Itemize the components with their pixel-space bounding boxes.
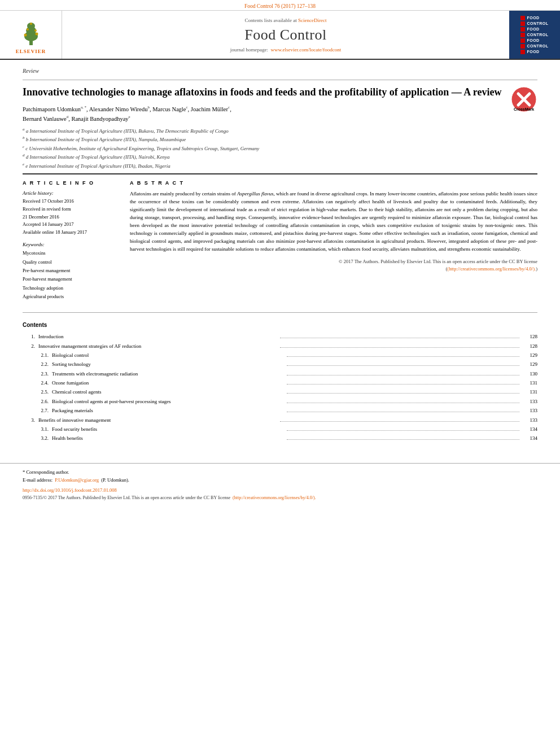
date-accepted: Accepted 14 January 2017 [23, 221, 119, 229]
history-label: Article history: [23, 190, 119, 196]
journal-header: ELSEVIER Contents lists available at Sci… [0, 11, 560, 60]
cc-url-link[interactable]: (http://creativecommons.org/licenses/by/… [447, 266, 536, 272]
toc-dots-1 [280, 338, 519, 338]
toc-dots-3-2 [287, 439, 519, 440]
main-content: Review Innovative technologies to manage… [0, 60, 560, 452]
affiliation-e: e e International Institute of Tropical … [23, 161, 537, 171]
toc-dots-2-1 [287, 356, 519, 357]
toc-label-2-6: Biological control agents at post-harves… [52, 397, 285, 405]
toc-dots-2-5 [287, 393, 519, 394]
badge-row-2: CONTROL [520, 21, 548, 26]
badge-row-3: FOOD [520, 27, 539, 32]
keyword-1: Mycotoxins [23, 249, 119, 257]
toc-num-2-1: 2.1. [32, 351, 52, 359]
toc-num-1: 1. [23, 333, 38, 340]
toc-dots-2-2 [287, 365, 519, 366]
abstract-heading: A B S T R A C T [130, 180, 537, 186]
homepage-link[interactable]: www.elsevier.com/locate/foodcont [270, 47, 341, 53]
sciencedirect-link[interactable]: ScienceDirect [298, 18, 326, 23]
affiliation-c: c c Universität Hohenheim, Institute of … [23, 144, 537, 153]
keyword-6: Agricultural products [23, 292, 119, 301]
section-label: Review [23, 68, 537, 74]
doi-line: http://dx.doi.org/10.1016/j.foodcont.201… [23, 487, 537, 493]
toc-row-2-6: 2.6. Biological control agents at post-h… [23, 397, 537, 405]
article-info-col: A R T I C L E I N F O Article history: R… [23, 180, 119, 307]
badge-lines: FOOD CONTROL FOOD CONTROL FOOD CONTROL F… [520, 16, 548, 54]
svg-text:CrossMark: CrossMark [514, 107, 534, 111]
toc-row-2-3: 2.3. Treatments with electromagnetic rad… [23, 370, 537, 378]
toc-page-2-3: 130 [522, 370, 537, 378]
article-info-heading: A R T I C L E I N F O [23, 180, 119, 186]
toc-num-2: 2. [23, 342, 38, 350]
issn-line: 0956-7135/© 2017 The Authors. Published … [23, 495, 537, 500]
affiliations: a a International Institute of Tropical … [23, 126, 537, 171]
contents-heading: Contents [23, 322, 537, 328]
badge-square-6 [520, 44, 525, 49]
toc-row-2-4: 2.4. Ozone fumigation 131 [23, 379, 537, 387]
toc-page-3-2: 134 [522, 434, 537, 442]
food-control-badge: FOOD CONTROL FOOD CONTROL FOOD CONTROL F… [509, 11, 560, 59]
toc-page-2-7: 133 [522, 407, 537, 414]
toc-dots-2-7 [287, 412, 519, 412]
toc-dots-2-6 [287, 403, 519, 403]
email-link[interactable]: P.Udomkun@cgiar.org [55, 477, 99, 483]
keyword-3: Pre-harvest management [23, 267, 119, 275]
journal-homepage-line: journal homepage: www.elsevier.com/locat… [230, 47, 342, 53]
cc-line: © 2017 The Authors. Published by Elsevie… [130, 258, 537, 273]
page: Food Control 76 (2017) 127–138 [0, 0, 560, 747]
toc-num-3-1: 3.1. [32, 425, 52, 433]
badge-row: FOOD [520, 16, 539, 20]
toc-num-2-4: 2.4. [32, 379, 52, 387]
toc-label-2-1: Biological control [52, 351, 285, 359]
abstract-col: A B S T R A C T Aflatoxins are mainly pr… [130, 180, 537, 307]
email-person: (P. Udomkun). [101, 477, 129, 483]
abstract-text: Aflatoxins are mainly produced by certai… [130, 190, 537, 254]
toc-row-2-1: 2.1. Biological control 129 [23, 351, 537, 359]
svg-point-5 [24, 34, 27, 37]
email-label: E-mail address: [23, 477, 53, 483]
elsevier-tree-icon [11, 18, 51, 47]
toc-label-3-2: Health benefits [52, 434, 285, 442]
toc-page-3-1: 134 [522, 425, 537, 433]
toc-dots-3 [280, 421, 519, 422]
article-title: Innovative technologies to manage aflato… [23, 86, 537, 99]
history-block: Article history: Received 17 October 201… [23, 190, 119, 236]
toc-num-3: 3. [23, 416, 38, 424]
article-title-text: Innovative technologies to manage aflato… [23, 86, 501, 98]
cc-footer-link[interactable]: (http://creativecommons.org/licenses/by/… [233, 495, 316, 500]
toc-num-2-6: 2.6. [32, 397, 52, 405]
toc-row-2: 2. Innovative management strategies of A… [23, 342, 537, 350]
keywords-label: Keywords: [23, 242, 119, 247]
badge-square-5 [520, 38, 525, 43]
toc-row-2-7: 2.7. Packaging materials 133 [23, 407, 537, 414]
toc-row-2-5: 2.5. Chemical control agents 131 [23, 388, 537, 396]
toc-dots-3-1 [287, 430, 519, 431]
toc-label-2: Innovative management strategies of AF r… [38, 342, 278, 350]
svg-point-8 [34, 29, 37, 32]
toc-num-2-2: 2.2. [32, 360, 52, 368]
crossmark-icon: CrossMark [510, 86, 537, 113]
email-line: E-mail address: P.Udomkun@cgiar.org (P. … [23, 477, 537, 483]
badge-row-4: CONTROL [520, 33, 548, 37]
date-online: Available online 18 January 2017 [23, 229, 119, 237]
toc-label-2-4: Ozone fumigation [52, 379, 285, 387]
toc-page-2-5: 131 [522, 388, 537, 396]
affiliation-d: d d International Institute of Tropical … [23, 152, 537, 161]
toc-num-2-7: 2.7. [32, 407, 52, 414]
toc-dots-2-3 [287, 375, 519, 375]
toc-row-1: 1. Introduction 128 [23, 333, 537, 340]
toc-row-3: 3. Benefits of innovative management 133 [23, 416, 537, 424]
toc-label-2-2: Sorting technology [52, 360, 285, 368]
authors-line: Patchimaporn Udomkuna, *, Alexander Nimo… [23, 104, 537, 123]
doi-link[interactable]: http://dx.doi.org/10.1016/j.foodcont.201… [23, 487, 117, 493]
affiliation-a: a a International Institute of Tropical … [23, 126, 537, 136]
rule-after-abstract [23, 312, 537, 313]
toc-page-2-1: 129 [522, 351, 537, 359]
homepage-prefix: journal homepage: [230, 47, 268, 53]
crossmark-badge: CrossMark [510, 86, 537, 113]
svg-point-6 [35, 33, 38, 36]
journal-citation-text: Food Control 76 (2017) 127–138 [244, 3, 316, 9]
toc-dots-2-4 [287, 384, 519, 385]
svg-point-7 [27, 28, 29, 30]
toc-page-1: 128 [522, 333, 537, 340]
